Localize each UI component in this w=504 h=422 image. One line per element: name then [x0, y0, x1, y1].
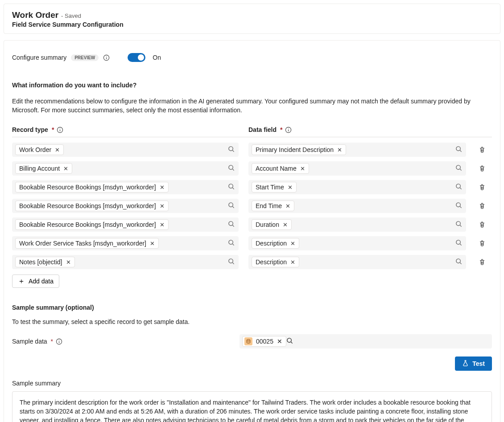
record-type-value: Work Order Service Tasks [msdyn_workorde…: [19, 240, 146, 247]
svg-line-36: [460, 262, 461, 264]
svg-line-28: [460, 225, 461, 226]
record-type-chip[interactable]: Bookable Resource Bookings [msdyn_workor…: [15, 201, 169, 211]
close-icon[interactable]: ✕: [288, 184, 293, 190]
svg-line-26: [232, 225, 234, 226]
data-field-chip[interactable]: Account Name✕: [252, 163, 309, 174]
data-field-lookup[interactable]: End Time✕: [248, 199, 466, 213]
record-type-lookup[interactable]: Notes [objectid]✕: [12, 255, 239, 269]
record-type-lookup[interactable]: Bookable Resource Bookings [msdyn_workor…: [12, 217, 239, 232]
data-field-chip[interactable]: Description✕: [252, 257, 299, 267]
record-type-chip[interactable]: Billing Account✕: [15, 163, 72, 174]
search-icon[interactable]: [228, 183, 235, 191]
include-heading: What information do you want to include?: [12, 82, 492, 89]
info-icon[interactable]: [57, 127, 63, 133]
close-icon[interactable]: ✕: [55, 147, 60, 153]
close-icon[interactable]: ✕: [160, 203, 165, 209]
data-field-chip[interactable]: Primary Incident Description✕: [252, 144, 346, 155]
data-field-chip[interactable]: End Time✕: [252, 201, 294, 211]
search-icon[interactable]: [455, 239, 462, 247]
save-status: - Saved: [61, 12, 81, 19]
delete-row-button[interactable]: [476, 218, 488, 231]
record-type-lookup[interactable]: Work Order Service Tasks [msdyn_workorde…: [12, 236, 239, 250]
close-icon[interactable]: ✕: [290, 241, 295, 246]
data-field-chip[interactable]: Start Time✕: [252, 182, 297, 193]
data-field-lookup[interactable]: Start Time✕: [248, 180, 466, 194]
sample-data-lookup[interactable]: 00025 ✕: [240, 334, 492, 348]
plus-icon: ＋: [18, 278, 25, 285]
record-type-chip[interactable]: Notes [objectid]✕: [15, 257, 75, 267]
record-type-chip[interactable]: Work Order✕: [15, 144, 64, 155]
sample-record-chip[interactable]: 00025 ✕: [242, 336, 286, 347]
close-icon[interactable]: ✕: [160, 222, 165, 228]
svg-line-10: [232, 150, 234, 152]
svg-line-32: [460, 244, 461, 245]
configure-summary-label: Configure summary: [12, 54, 66, 61]
data-field-lookup[interactable]: Primary Incident Description✕: [248, 143, 466, 157]
close-icon[interactable]: ✕: [285, 203, 290, 209]
sample-record-value: 00025: [256, 338, 273, 345]
search-icon[interactable]: [228, 239, 235, 247]
close-icon[interactable]: ✕: [277, 338, 282, 345]
delete-row-button[interactable]: [476, 162, 488, 175]
svg-line-18: [232, 188, 234, 189]
data-field-header: Data field*: [248, 126, 476, 133]
svg-point-23: [456, 203, 460, 207]
record-type-lookup[interactable]: Bookable Resource Bookings [msdyn_workor…: [12, 199, 239, 213]
search-icon[interactable]: [286, 337, 293, 345]
close-icon[interactable]: ✕: [150, 241, 155, 246]
svg-point-41: [287, 338, 291, 342]
search-icon[interactable]: [228, 146, 235, 154]
data-field-lookup[interactable]: Account Name✕: [248, 161, 466, 176]
record-type-value: Bookable Resource Bookings [msdyn_workor…: [19, 221, 156, 228]
delete-row-button[interactable]: [476, 256, 488, 268]
svg-point-25: [229, 221, 233, 225]
search-icon[interactable]: [455, 164, 462, 172]
search-icon[interactable]: [455, 258, 462, 266]
close-icon[interactable]: ✕: [300, 166, 305, 172]
delete-row-button[interactable]: [476, 181, 488, 193]
configure-summary-toggle[interactable]: [128, 53, 145, 62]
search-icon[interactable]: [455, 221, 462, 229]
search-icon[interactable]: [455, 183, 462, 191]
svg-line-24: [460, 206, 461, 208]
data-field-chip[interactable]: Duration✕: [252, 219, 292, 230]
close-icon[interactable]: ✕: [283, 222, 288, 228]
search-icon[interactable]: [455, 202, 462, 210]
search-icon[interactable]: [228, 258, 235, 266]
data-field-chip[interactable]: Description✕: [252, 238, 299, 249]
close-icon[interactable]: ✕: [337, 147, 342, 153]
record-type-chip[interactable]: Bookable Resource Bookings [msdyn_workor…: [15, 182, 169, 193]
delete-row-button[interactable]: [476, 143, 488, 156]
close-icon[interactable]: ✕: [66, 259, 71, 265]
test-button[interactable]: Test: [455, 356, 492, 371]
search-icon[interactable]: [228, 202, 235, 210]
record-icon: [244, 337, 252, 345]
sample-summary-heading: Sample summary (optional): [12, 304, 492, 311]
add-data-button[interactable]: ＋ Add data: [12, 275, 59, 288]
search-icon[interactable]: [228, 221, 235, 229]
data-rows: Work Order✕Primary Incident Description✕…: [12, 143, 492, 269]
delete-row-button[interactable]: [476, 237, 488, 250]
delete-row-button[interactable]: [476, 200, 488, 212]
data-field-lookup[interactable]: Duration✕: [248, 217, 466, 232]
record-type-lookup[interactable]: Work Order✕: [12, 143, 239, 157]
data-field-lookup[interactable]: Description✕: [248, 236, 466, 250]
svg-point-33: [229, 259, 233, 263]
data-field-lookup[interactable]: Description✕: [248, 255, 466, 269]
record-type-chip[interactable]: Bookable Resource Bookings [msdyn_workor…: [15, 219, 169, 230]
data-field-value: Duration: [256, 221, 279, 228]
summary-body: The primary incident description for the…: [20, 398, 484, 422]
configure-summary-row: Configure summary PREVIEW On: [12, 53, 492, 62]
info-icon[interactable]: [56, 338, 62, 345]
record-type-lookup[interactable]: Billing Account✕: [12, 161, 239, 176]
search-icon[interactable]: [228, 164, 235, 172]
info-icon[interactable]: [103, 54, 110, 61]
info-icon[interactable]: [285, 127, 292, 133]
record-type-lookup[interactable]: Bookable Resource Bookings [msdyn_workor…: [12, 180, 239, 194]
search-icon[interactable]: [455, 146, 462, 154]
close-icon[interactable]: ✕: [160, 184, 165, 190]
data-row: Work Order Service Tasks [msdyn_workorde…: [12, 236, 492, 250]
record-type-chip[interactable]: Work Order Service Tasks [msdyn_workorde…: [15, 238, 159, 249]
close-icon[interactable]: ✕: [290, 259, 295, 265]
close-icon[interactable]: ✕: [63, 166, 68, 172]
